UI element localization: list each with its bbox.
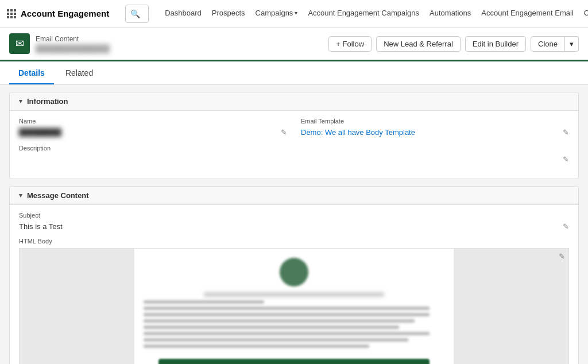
email-body-lines — [144, 300, 444, 351]
name-edit-icon[interactable]: ✎ — [281, 128, 287, 137]
clone-button-group: Clone ▾ — [531, 36, 579, 52]
information-section: ▾ Information Name ████████ ✎ Email Temp… — [9, 92, 579, 179]
record-header-left: ✉ Email Content ██████████████ — [9, 33, 110, 54]
email-icon: ✉ — [16, 37, 24, 50]
information-field-row: Name ████████ ✎ Email Template Demo: We … — [19, 118, 569, 138]
message-content-body: Subject This is a Test ✎ HTML Body — [10, 205, 578, 364]
record-header-actions: + Follow New Lead & Referral Edit in Bui… — [328, 36, 579, 52]
name-label: Name — [19, 118, 287, 125]
subject-edit-icon[interactable]: ✎ — [563, 222, 569, 231]
nav-item-campaigns[interactable]: Campaigns ▾ — [251, 0, 303, 28]
information-section-body: Name ████████ ✎ Email Template Demo: We … — [10, 111, 578, 179]
email-template-label: Email Template — [301, 118, 569, 125]
html-body-field: HTML Body — [19, 238, 569, 364]
record-icon: ✉ — [9, 33, 30, 54]
email-preview: Unique Step Pay Design with Return of Pr… — [19, 248, 569, 364]
follow-button[interactable]: + Follow — [328, 36, 372, 52]
name-text: ████████ — [19, 128, 277, 137]
svg-rect-5 — [14, 13, 16, 15]
subject-value: This is a Test — [19, 222, 63, 231]
svg-rect-1 — [10, 9, 13, 11]
email-preview-sidebar-right — [454, 249, 568, 364]
description-field: Description ✎ — [19, 145, 569, 165]
email-blurred-name — [204, 292, 384, 297]
new-lead-referral-button[interactable]: New Lead & Referral — [376, 36, 461, 52]
svg-rect-7 — [10, 16, 13, 18]
clone-button[interactable]: Clone — [531, 36, 565, 52]
html-body-label: HTML Body — [19, 238, 569, 245]
name-field: Name ████████ ✎ — [19, 118, 287, 138]
message-content-title: Message Content — [27, 191, 89, 200]
svg-rect-2 — [14, 9, 16, 11]
html-body-edit-icon[interactable]: ✎ — [559, 252, 565, 261]
record-info: Email Content ██████████████ — [36, 35, 110, 53]
nav-item-dashboard[interactable]: Dashboard — [160, 0, 206, 28]
app-name: Account Engagement — [21, 9, 109, 18]
svg-rect-4 — [10, 13, 13, 15]
email-preview-center: Unique Step Pay Design with Return of Pr… — [134, 249, 454, 364]
breadcrumb: Email Content — [36, 35, 110, 43]
description-value: ✎ — [19, 153, 569, 165]
nav-item-content[interactable]: Content — [579, 0, 588, 28]
content-area: ▾ Information Name ████████ ✎ Email Temp… — [0, 85, 588, 364]
message-content-section-header[interactable]: ▾ Message Content — [10, 187, 578, 205]
email-avatar — [280, 258, 308, 286]
grid-icon[interactable] — [7, 7, 16, 21]
nav-item-account-engagement-email[interactable]: Account Engagement Email — [477, 0, 578, 28]
subject-field: Subject This is a Test ✎ — [19, 212, 569, 232]
tab-details[interactable]: Details — [9, 61, 54, 84]
search-icon: 🔍 — [130, 9, 140, 18]
clone-split-button[interactable]: ▾ — [565, 36, 579, 52]
nav-item-automations[interactable]: Automations — [425, 0, 475, 28]
information-section-header[interactable]: ▾ Information — [10, 92, 578, 111]
description-label: Description — [19, 145, 569, 152]
edit-in-builder-button[interactable]: Edit in Builder — [465, 36, 526, 52]
tabs-bar: Details Related — [0, 61, 588, 85]
nav-menu: Dashboard Prospects Campaigns ▾ Account … — [160, 0, 588, 28]
name-value: ████████ ✎ — [19, 126, 287, 138]
email-template-text[interactable]: Demo: We all have Body Template — [301, 128, 559, 137]
email-template-edit-icon[interactable]: ✎ — [563, 128, 569, 137]
svg-rect-8 — [14, 16, 16, 18]
email-template-value: Demo: We all have Body Template ✎ — [301, 126, 569, 138]
email-preview-sidebar-left — [20, 249, 134, 364]
svg-rect-3 — [7, 13, 9, 15]
svg-rect-0 — [7, 9, 9, 11]
nav-item-account-engagement-campaigns[interactable]: Account Engagement Campaigns — [303, 0, 424, 28]
email-template-field: Email Template Demo: We all have Body Te… — [301, 118, 569, 138]
subject-value-row: This is a Test ✎ — [19, 220, 569, 232]
information-section-title: Information — [27, 97, 68, 106]
record-name: ██████████████ — [36, 44, 110, 53]
subject-label: Subject — [19, 212, 569, 219]
record-header: ✉ Email Content ██████████████ + Follow … — [0, 28, 588, 61]
chevron-down-icon-msg: ▾ — [19, 192, 22, 199]
top-nav: Account Engagement 🔍 Dashboard Prospects… — [0, 0, 588, 28]
message-content-section: ▾ Message Content Subject This is a Test… — [9, 186, 579, 364]
tab-related[interactable]: Related — [56, 61, 102, 84]
email-cta-button: Unique Step Pay Design with Return of Pr… — [158, 359, 430, 364]
description-field-row: Description ✎ — [19, 145, 569, 165]
nav-item-prospects[interactable]: Prospects — [207, 0, 250, 28]
search-bar[interactable]: 🔍 — [125, 5, 149, 23]
chevron-down-icon: ▾ — [19, 98, 22, 105]
svg-rect-6 — [7, 16, 9, 18]
description-edit-icon[interactable]: ✎ — [563, 155, 569, 164]
